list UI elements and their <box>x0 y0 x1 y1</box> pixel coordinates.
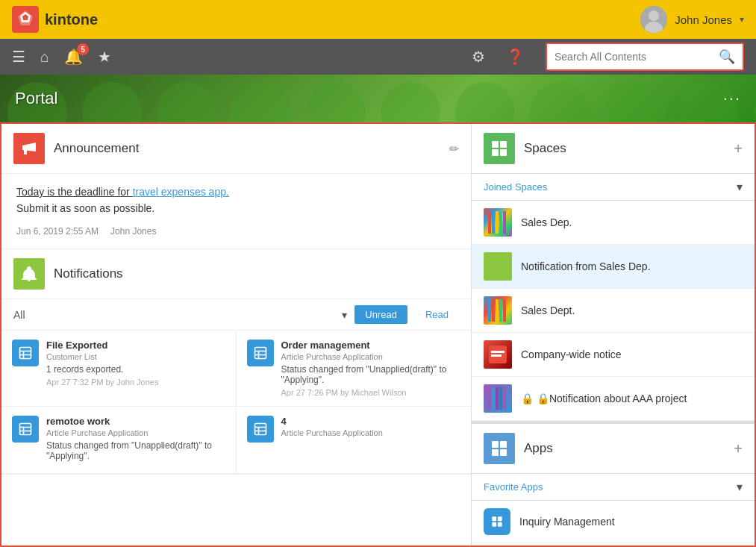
star-icon[interactable]: ★ <box>98 48 111 66</box>
app-icon <box>247 416 274 443</box>
announcement-link[interactable]: travel expenses app. <box>133 186 229 198</box>
notif-content: 4 Article Purchase Application <box>281 416 461 440</box>
unread-button[interactable]: Unread <box>354 305 407 324</box>
list-item[interactable]: Order management Article Purchase Applic… <box>237 331 472 407</box>
space-name: Notification from Sales Dep. <box>521 260 651 272</box>
svg-rect-53 <box>492 522 496 527</box>
list-item[interactable]: 4 Article Purchase Application <box>237 407 472 474</box>
notif-app: Article Purchase Application <box>281 352 461 361</box>
search-input[interactable] <box>547 46 711 67</box>
svg-rect-45 <box>499 387 502 410</box>
fav-collapse-icon[interactable]: ▾ <box>737 480 743 494</box>
svg-rect-31 <box>496 211 499 234</box>
apps-header: Apps + <box>472 421 755 474</box>
notif-desc: 1 records exported. <box>46 364 225 375</box>
nav-bar: ☰ ⌂ 🔔 5 ★ ⚙ ❓ 🔍 <box>0 39 756 75</box>
list-item[interactable]: Customer List <box>472 543 755 546</box>
list-item[interactable]: Notification from Sales Dep. <box>472 245 755 289</box>
portal-banner: Portal ··· <box>0 75 756 122</box>
notif-meta: Apr 27 7:32 PM by John Jones <box>46 378 225 387</box>
announcement-date: Jun 6, 2019 2:55 AM <box>16 226 99 237</box>
svg-rect-17 <box>20 424 31 435</box>
space-name: Sales Dep. <box>521 216 572 228</box>
svg-rect-13 <box>254 348 266 359</box>
menu-icon[interactable]: ☰ <box>12 48 25 66</box>
space-thumbnail <box>484 208 512 237</box>
svg-rect-37 <box>499 299 502 322</box>
svg-rect-46 <box>503 387 506 410</box>
announcement-author: John Jones <box>110 226 156 237</box>
home-icon[interactable]: ⌂ <box>40 49 49 66</box>
notif-content: Order management Article Purchase Applic… <box>281 340 461 397</box>
space-thumbnail <box>484 384 512 413</box>
announcement-sub: Submit it as soon as possible. <box>16 202 456 214</box>
spaces-title: Spaces <box>524 141 725 156</box>
collapse-icon[interactable]: ▾ <box>737 180 743 194</box>
svg-rect-42 <box>488 387 491 410</box>
announcement-body: Today is the deadline for travel expense… <box>1 174 471 249</box>
notif-title: 4 <box>281 416 461 427</box>
avatar <box>640 6 667 33</box>
main-content: Announcement ✏ Today is the deadline for… <box>0 122 756 547</box>
announcement-title: Announcement <box>54 141 440 156</box>
user-area[interactable]: John Jones ▾ <box>640 6 744 33</box>
space-thumbnail <box>484 252 512 281</box>
list-item[interactable]: remotoe work Article Purchase Applicatio… <box>1 407 237 474</box>
list-item[interactable]: Sales Dept. <box>472 289 755 333</box>
page-title: Portal <box>15 89 57 108</box>
svg-point-5 <box>649 10 659 21</box>
notifications-title: Notifications <box>54 266 459 281</box>
svg-rect-32 <box>499 211 502 234</box>
notif-meta: Apr 27 7:26 PM by Michael Wilson <box>281 388 461 397</box>
gear-icon[interactable]: ⚙ <box>472 48 485 66</box>
app-name: Inquiry Management <box>519 516 615 528</box>
add-app-button[interactable]: + <box>734 440 743 457</box>
svg-rect-43 <box>492 387 495 410</box>
announcement-meta: Jun 6, 2019 2:55 AM John Jones <box>16 226 456 237</box>
svg-rect-30 <box>492 211 495 234</box>
list-item[interactable]: File Exported Customer List 1 records ex… <box>1 331 237 407</box>
notif-app: Article Purchase Application <box>46 428 225 437</box>
joined-spaces-label[interactable]: Joined Spaces <box>484 181 547 193</box>
apps-title: Apps <box>524 441 725 456</box>
svg-rect-21 <box>254 424 266 435</box>
lock-icon: 🔒 <box>521 393 534 404</box>
bell-icon[interactable]: 🔔 5 <box>64 48 83 66</box>
portal-options-icon[interactable]: ··· <box>723 89 741 108</box>
svg-rect-49 <box>492 449 499 456</box>
svg-rect-35 <box>492 299 495 322</box>
notifications-icon <box>13 258 45 290</box>
logo-area: kintone <box>12 6 98 33</box>
notifications-grid: File Exported Customer List 1 records ex… <box>1 331 471 475</box>
app-icon-box <box>484 508 510 535</box>
joined-spaces-header: Joined Spaces ▾ <box>472 174 755 201</box>
list-item[interactable]: Inquiry Management <box>472 501 755 543</box>
search-area: 🔍 <box>546 43 744 71</box>
app-icon <box>12 340 39 366</box>
search-button[interactable]: 🔍 <box>711 44 743 69</box>
list-item[interactable]: 🔒 🔒Notification about AAA project <box>472 377 755 421</box>
notif-content: File Exported Customer List 1 records ex… <box>46 340 225 387</box>
announcement-header: Announcement ✏ <box>1 124 471 174</box>
kintone-logo-icon <box>12 6 39 33</box>
svg-rect-34 <box>488 299 491 322</box>
list-item[interactable]: Company-wide notice <box>472 333 755 377</box>
svg-rect-33 <box>503 211 506 234</box>
filter-dropdown-icon[interactable]: ▾ <box>342 309 347 321</box>
spaces-icon <box>484 133 515 164</box>
logo-text: kintone <box>45 11 98 28</box>
fav-apps-label[interactable]: Favorite Apps <box>484 481 543 493</box>
svg-rect-41 <box>491 354 502 357</box>
list-item[interactable]: Sales Dep. <box>472 201 755 245</box>
svg-rect-28 <box>500 149 507 156</box>
svg-rect-47 <box>492 441 499 448</box>
help-icon[interactable]: ❓ <box>506 48 525 66</box>
left-panel: Announcement ✏ Today is the deadline for… <box>1 124 471 546</box>
svg-rect-40 <box>491 351 504 353</box>
top-header: kintone John Jones ▾ <box>0 0 756 39</box>
edit-icon[interactable]: ✏ <box>449 142 459 156</box>
space-thumbnail <box>484 340 512 369</box>
read-button[interactable]: Read <box>415 305 459 324</box>
svg-rect-9 <box>20 348 31 359</box>
add-space-button[interactable]: + <box>734 140 743 157</box>
